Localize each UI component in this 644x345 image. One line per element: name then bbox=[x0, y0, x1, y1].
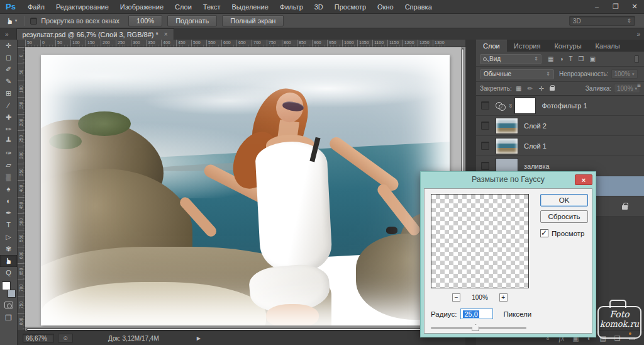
quick-mask-button[interactable] bbox=[4, 302, 13, 308]
layer-thumbnail[interactable] bbox=[496, 118, 518, 134]
history-brush-tool[interactable]: ✑ bbox=[0, 147, 17, 159]
menu-item[interactable]: 3D bbox=[309, 3, 329, 11]
menu-item[interactable]: Выделение bbox=[226, 3, 274, 11]
menu-item[interactable]: Просмотр bbox=[329, 3, 372, 11]
spot-healing-brush-tool[interactable]: ✚ bbox=[0, 111, 17, 123]
brush-tool[interactable]: ✏ bbox=[0, 123, 17, 135]
layer-name[interactable]: Слой 2 bbox=[524, 122, 547, 130]
menu-item[interactable]: Справка bbox=[399, 3, 438, 11]
canvas-document[interactable] bbox=[41, 55, 450, 325]
custom-shape-tool[interactable]: ✾ bbox=[0, 243, 17, 255]
reset-button[interactable]: Сбросить bbox=[540, 210, 588, 223]
filter-adjustment-layers-icon[interactable]: ◑ bbox=[559, 55, 563, 62]
rectangular-marquee-tool[interactable]: ◻ bbox=[0, 52, 17, 64]
ok-button[interactable]: OK bbox=[540, 194, 588, 206]
layer-filter-type-select[interactable]: Вид ⇕ bbox=[480, 54, 541, 64]
lock-paint-icon[interactable]: ✏ bbox=[527, 85, 533, 92]
layer-row[interactable]: ∞ Фотофильтр 1 bbox=[476, 96, 644, 116]
zoom-out-button[interactable]: − bbox=[452, 293, 460, 302]
opacity-field[interactable]: 100% ▾ bbox=[611, 69, 638, 79]
tool-preset-dropdown-icon[interactable]: ▾ bbox=[15, 18, 18, 23]
layer-name[interactable]: Слой 1 bbox=[524, 142, 547, 150]
dodge-tool[interactable]: ◐ bbox=[0, 195, 17, 207]
layer-thumbnail[interactable] bbox=[514, 98, 536, 114]
canvas-area[interactable] bbox=[25, 47, 465, 327]
zoom-level-field[interactable]: 66,67% bbox=[23, 334, 54, 342]
clone-stamp-tool[interactable]: ┻ bbox=[0, 135, 17, 147]
layer-name[interactable]: Фотофильтр 1 bbox=[541, 102, 587, 110]
radius-slider[interactable] bbox=[431, 324, 526, 332]
fill-field[interactable]: 100% ▾ bbox=[614, 84, 640, 93]
panel-collapse-icon[interactable]: » bbox=[636, 31, 640, 38]
menu-item[interactable]: Текст bbox=[197, 3, 226, 11]
layer-row[interactable]: ∞ Слой 1 bbox=[476, 136, 644, 156]
panel-tab[interactable]: Слои bbox=[476, 40, 507, 52]
menu-item[interactable]: Фильтр bbox=[274, 3, 309, 11]
workspace-selector[interactable]: 3D ⇕ bbox=[569, 16, 635, 26]
fit-screen-button[interactable]: Подогнать bbox=[167, 15, 217, 26]
dialog-title-bar[interactable]: Размытие по Гауссу bbox=[421, 172, 596, 187]
layer-visibility-toggle[interactable] bbox=[481, 142, 489, 150]
color-swatches[interactable] bbox=[1, 281, 16, 298]
eraser-tool[interactable]: ▱ bbox=[0, 159, 17, 171]
gradient-tool[interactable]: ▒ bbox=[0, 171, 17, 183]
menu-item[interactable]: Изображение bbox=[114, 3, 169, 11]
slider-thumb[interactable] bbox=[472, 324, 479, 331]
toolbar-collapse-icon[interactable]: » bbox=[0, 31, 16, 40]
window-control-button[interactable]: ✕ bbox=[625, 0, 644, 13]
path-selection-tool[interactable]: ▷ bbox=[0, 231, 17, 243]
filter-toggle-switch[interactable] bbox=[635, 55, 639, 63]
menu-item[interactable]: Окно bbox=[372, 3, 399, 11]
blend-mode-select[interactable]: Обычные ⇕ bbox=[480, 69, 554, 79]
zoom-tool[interactable]: Q bbox=[0, 267, 17, 279]
radius-input[interactable]: 25,0 bbox=[460, 308, 493, 319]
panel-tab[interactable]: Каналы bbox=[589, 40, 627, 52]
panel-tab[interactable]: История bbox=[507, 40, 548, 52]
foreground-color-swatch[interactable] bbox=[2, 281, 11, 290]
zoom-in-button[interactable]: + bbox=[499, 293, 508, 302]
filter-shape-layers-icon[interactable]: ❒ bbox=[579, 55, 584, 62]
preview-checkbox[interactable] bbox=[540, 229, 548, 237]
panel-tab[interactable]: Контуры bbox=[547, 40, 588, 52]
document-tab[interactable]: результат.psd @ 66,7% (Слой 3, RGB/8#) *… bbox=[16, 28, 174, 40]
move-tool[interactable]: ✛ bbox=[0, 40, 17, 52]
pen-tool[interactable]: ✒ bbox=[0, 207, 17, 219]
scroll-all-windows-checkbox[interactable] bbox=[30, 18, 37, 25]
layer-visibility-toggle[interactable] bbox=[481, 101, 489, 110]
menu-item[interactable]: Редактирование bbox=[50, 3, 114, 11]
blur-preview-checkerboard[interactable] bbox=[431, 194, 529, 288]
crop-tool[interactable]: ⊞ bbox=[0, 88, 17, 99]
filter-type-layers-icon[interactable]: T bbox=[569, 55, 573, 62]
tab-close-icon[interactable]: × bbox=[164, 31, 168, 38]
layer-name[interactable]: заливка bbox=[524, 162, 550, 170]
window-control-button[interactable]: ❐ bbox=[606, 0, 625, 13]
dialog-close-button[interactable]: × bbox=[575, 174, 592, 185]
lock-position-icon[interactable]: ✛ bbox=[538, 85, 545, 92]
layer-thumbnail[interactable] bbox=[496, 138, 518, 154]
panel-menu-icon[interactable]: ≡ bbox=[637, 82, 641, 89]
layer-visibility-toggle[interactable] bbox=[481, 162, 489, 170]
layer-row[interactable]: ∞ Слой 2 bbox=[476, 116, 644, 136]
type-tool[interactable]: T bbox=[0, 219, 17, 231]
blur-tool[interactable]: ♠ bbox=[0, 183, 17, 195]
fullscreen-button[interactable]: Полный экран bbox=[222, 15, 284, 26]
filter-smart-object-icon[interactable]: ▣ bbox=[590, 55, 596, 62]
status-icon[interactable]: ⊙ bbox=[58, 334, 73, 342]
zoom-100-button[interactable]: 100% bbox=[128, 15, 162, 26]
menu-item[interactable]: Слои bbox=[169, 3, 197, 11]
filter-pixel-layers-icon[interactable]: ▦ bbox=[548, 55, 553, 62]
status-options-arrow-icon[interactable]: ▶ bbox=[197, 336, 201, 341]
lock-transparency-icon[interactable]: ▦ bbox=[516, 85, 522, 92]
lasso-tool[interactable]: ✐ bbox=[0, 64, 17, 76]
screen-mode-button[interactable]: ❐ bbox=[5, 314, 12, 322]
menu-item[interactable]: Файл bbox=[22, 3, 50, 11]
window-control-button[interactable]: – bbox=[587, 0, 606, 13]
vertical-ruler[interactable]: 0501001502002503003504004505005506006507… bbox=[18, 47, 25, 331]
lock-all-icon[interactable] bbox=[550, 85, 556, 90]
background-color-swatch[interactable] bbox=[8, 290, 16, 298]
eyedropper-tool[interactable]: ∕ bbox=[0, 99, 17, 111]
layer-visibility-toggle[interactable] bbox=[481, 122, 489, 130]
horizontal-ruler[interactable]: 5005010015020025030035040045050055060065… bbox=[25, 40, 465, 47]
hand-tool[interactable]: ☛ bbox=[0, 255, 17, 267]
quick-selection-tool[interactable]: ✎ bbox=[0, 76, 17, 88]
